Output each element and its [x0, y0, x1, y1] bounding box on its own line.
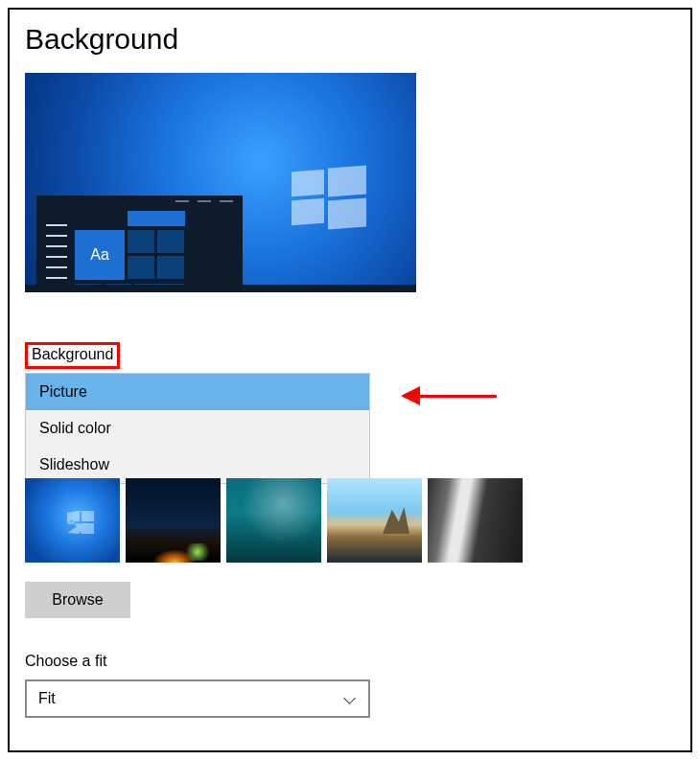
option-picture[interactable]: Picture [26, 374, 369, 410]
background-type-section: Background Picture Solid color Slideshow… [25, 342, 675, 618]
fit-dropdown[interactable]: Fit [25, 679, 370, 718]
thumbnail-1[interactable] [25, 478, 120, 563]
chevron-down-icon [343, 692, 357, 705]
background-label-highlight: Background [25, 342, 120, 369]
sample-window-titlebar [36, 196, 243, 209]
thumbnail-3[interactable] [226, 478, 321, 563]
annotation-arrow [401, 386, 497, 405]
settings-background-panel: Background Aa [8, 8, 692, 752]
thumbnail-5[interactable] [428, 478, 523, 563]
choose-fit-section: Choose a fit Fit [25, 653, 675, 718]
fit-dropdown-value: Fit [38, 690, 56, 707]
thumbnail-4[interactable] [327, 478, 422, 563]
sample-window: Aa [36, 196, 243, 292]
thumbnail-2[interactable] [126, 478, 221, 563]
page-title: Background [25, 23, 675, 56]
sample-taskbar [25, 285, 416, 292]
accent-preview-tile: Aa [75, 230, 125, 280]
background-type-dropdown[interactable]: Picture Solid color Slideshow [25, 373, 370, 484]
desktop-preview: Aa [25, 73, 416, 292]
sample-window-tiles: Aa [75, 209, 243, 292]
picture-thumbnails [25, 478, 675, 563]
background-label: Background [32, 346, 113, 362]
browse-button[interactable]: Browse [25, 582, 130, 618]
sample-window-nav [36, 209, 75, 292]
choose-fit-label: Choose a fit [25, 653, 675, 670]
windows-logo-icon [292, 167, 366, 226]
option-solid-color[interactable]: Solid color [26, 410, 369, 447]
